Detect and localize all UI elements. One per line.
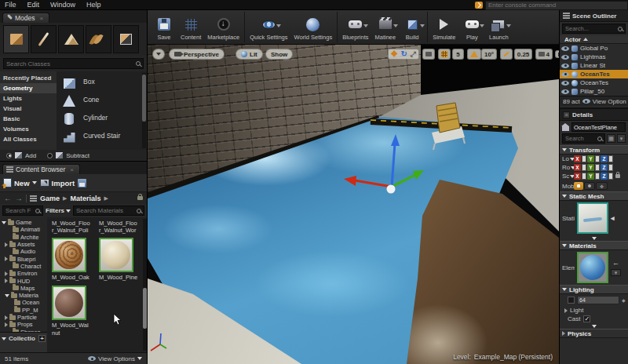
- shape-cylinder[interactable]: Cylinder: [61, 108, 147, 126]
- static-mesh-thumbnail[interactable]: [577, 202, 608, 234]
- camera-speed-button[interactable]: 4: [535, 49, 553, 60]
- breadcrumb-game[interactable]: Game: [40, 195, 60, 202]
- tree-item[interactable]: Ocean: [2, 299, 47, 306]
- save-button[interactable]: Save: [151, 12, 177, 42]
- tree-item[interactable]: Maps: [2, 285, 47, 292]
- grid-snap-toggle[interactable]: [438, 49, 451, 60]
- modes-tab[interactable]: Modes×: [2, 13, 49, 23]
- content-button[interactable]: Content: [177, 12, 204, 42]
- classes-search-input[interactable]: [6, 60, 133, 67]
- folder-search-input[interactable]: [5, 207, 33, 214]
- tree-item[interactable]: HUD: [2, 277, 47, 284]
- add-radio[interactable]: [6, 153, 12, 158]
- use-selected-icon[interactable]: ←: [612, 259, 619, 267]
- lock-icon[interactable]: [615, 174, 620, 178]
- x-value-field[interactable]: [582, 155, 586, 162]
- lighting-section-header[interactable]: Lighting: [560, 285, 628, 294]
- sources-toggle-icon[interactable]: [30, 195, 37, 202]
- console-command-input[interactable]: [485, 1, 628, 10]
- asset-search-input[interactable]: [76, 207, 134, 214]
- property-matrix-button[interactable]: ▦: [607, 134, 615, 143]
- tree-item[interactable]: Assets: [2, 241, 47, 248]
- menu-help[interactable]: Help: [86, 1, 101, 9]
- quick-settings-button[interactable]: Quick Settings: [246, 12, 290, 42]
- mode-landscape-button[interactable]: [58, 25, 84, 53]
- forward-button[interactable]: →: [15, 195, 23, 202]
- tree-item[interactable]: Props: [2, 321, 47, 328]
- actor-name-field[interactable]: OceanTestPlane: [571, 122, 626, 132]
- category-volumes[interactable]: Volumes: [0, 124, 57, 134]
- scale-snap-value[interactable]: 0.25: [514, 49, 532, 60]
- outliner-view-options[interactable]: View Option: [593, 98, 626, 105]
- override-checkbox[interactable]: [568, 297, 575, 304]
- visibility-eye-icon[interactable]: [561, 46, 569, 51]
- collections-section[interactable]: Collectio+: [0, 332, 47, 352]
- tree-item[interactable]: Environ: [2, 270, 47, 277]
- tree-item[interactable]: Archite: [2, 234, 47, 241]
- shapes-scrollbar[interactable]: [142, 73, 146, 148]
- build-button[interactable]: Build: [399, 12, 425, 42]
- section-expander[interactable]: [560, 235, 628, 241]
- tree-item[interactable]: Animati: [2, 226, 47, 233]
- category-lights[interactable]: Lights: [0, 93, 57, 104]
- transform-section-header[interactable]: Transform: [560, 145, 628, 155]
- viewport-options-button[interactable]: [152, 49, 165, 60]
- subtract-radio[interactable]: [47, 153, 53, 158]
- material-thumbnail[interactable]: [577, 252, 608, 283]
- details-options-button[interactable]: ▾: [617, 134, 626, 143]
- actor-row[interactable]: Pillar_50: [560, 87, 628, 96]
- section-expander[interactable]: [560, 323, 628, 329]
- physics-section-header[interactable]: Physics: [560, 329, 628, 338]
- tree-item-game[interactable]: Game: [2, 219, 47, 226]
- y-value-field[interactable]: [595, 173, 600, 180]
- matinee-button[interactable]: Matinee: [372, 12, 400, 42]
- show-button[interactable]: Show: [265, 49, 293, 60]
- outliner-search-input[interactable]: [565, 25, 616, 32]
- asset-pine[interactable]: M_Wood_Pine: [99, 238, 138, 281]
- category-all-classes[interactable]: All Classes: [0, 134, 57, 144]
- details-tab[interactable]: ≡Details: [560, 109, 628, 121]
- actor-row-selected[interactable]: OceanTes: [560, 70, 628, 78]
- visibility-eye-icon[interactable]: [561, 55, 569, 60]
- simulate-button[interactable]: Simulate: [429, 12, 458, 42]
- import-button[interactable]: Import: [40, 179, 75, 187]
- light-subsection[interactable]: Light: [560, 306, 628, 315]
- scene-outliner-tab[interactable]: Scene Outliner: [560, 10, 628, 22]
- mode-foliage-button[interactable]: [86, 25, 111, 53]
- actor-row[interactable]: Lightmas: [560, 53, 628, 61]
- mode-place-button[interactable]: [3, 25, 29, 53]
- content-browser-tab[interactable]: Content Browser×: [2, 164, 80, 174]
- static-mesh-section-header[interactable]: Static Mesh: [560, 191, 628, 201]
- actor-row[interactable]: Global Po: [560, 44, 628, 53]
- close-icon[interactable]: ×: [70, 166, 74, 173]
- world-settings-button[interactable]: World Settings: [291, 12, 336, 42]
- grid-snap-value[interactable]: 5: [452, 49, 464, 60]
- asset-walnut[interactable]: M_Wood_Walnut: [52, 286, 91, 337]
- tree-item[interactable]: Charact: [2, 263, 47, 270]
- blueprints-button[interactable]: Blueprints: [339, 12, 371, 42]
- material-options-button[interactable]: ▾: [611, 269, 621, 276]
- details-search-input[interactable]: [565, 135, 596, 142]
- tree-item[interactable]: Bluepri: [2, 255, 47, 262]
- save-all-icon[interactable]: [78, 179, 86, 187]
- tree-item-materials[interactable]: Materia: [2, 292, 47, 299]
- cast-shadows-checkbox[interactable]: ✓: [583, 315, 590, 322]
- asset-walnut-worn[interactable]: M_Wood_Floor_Walnut_Wor: [99, 220, 138, 235]
- actor-row[interactable]: OceanTes: [560, 78, 628, 87]
- view-options-button[interactable]: View Options: [88, 355, 142, 362]
- mobility-static-button[interactable]: [574, 182, 583, 190]
- z-value-field[interactable]: [608, 155, 613, 162]
- back-button[interactable]: ←: [4, 195, 12, 202]
- new-button[interactable]: New: [3, 178, 37, 187]
- mode-geometry-button[interactable]: [113, 25, 139, 53]
- perspective-button[interactable]: Perspective: [169, 49, 225, 60]
- breadcrumb-materials[interactable]: Materials: [70, 195, 100, 202]
- lock-icon[interactable]: [137, 196, 143, 200]
- actor-row[interactable]: Linear St: [560, 61, 628, 70]
- menu-edit[interactable]: Edit: [27, 1, 40, 9]
- close-icon[interactable]: ×: [40, 15, 44, 22]
- transform-tools[interactable]: ✥↻⤢: [388, 49, 419, 60]
- y-value-field[interactable]: [595, 164, 600, 171]
- shape-box[interactable]: Box: [61, 72, 147, 90]
- x-value-field[interactable]: [582, 164, 586, 171]
